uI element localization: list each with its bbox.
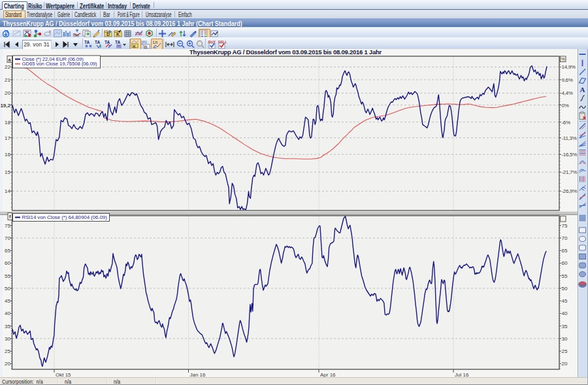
svg-text:Jul 16: Jul 16: [455, 372, 469, 377]
svg-text:D: D: [144, 44, 148, 48]
svg-text:K: K: [116, 32, 120, 37]
svg-text:%: %: [561, 57, 565, 61]
svg-text:65: 65: [562, 248, 568, 254]
svg-text:-21,7%: -21,7%: [562, 169, 578, 175]
svg-text:A: A: [580, 86, 585, 93]
svg-text:60: 60: [562, 260, 568, 266]
svg-text:35: 35: [562, 324, 568, 329]
svg-text:-16,5%: -16,5%: [562, 152, 578, 158]
svg-text:Apr 16: Apr 16: [320, 372, 336, 377]
svg-text:K: K: [133, 44, 137, 48]
svg-text:30: 30: [5, 336, 10, 342]
svg-text:20: 20: [5, 361, 10, 367]
svg-text:40: 40: [5, 310, 10, 316]
svg-text:18: 18: [5, 120, 10, 126]
svg-text:22: 22: [5, 64, 10, 70]
svg-text:-11,3%: -11,3%: [562, 135, 577, 141]
svg-text:50: 50: [562, 286, 568, 292]
svg-text:55: 55: [562, 273, 568, 279]
svg-text:TA: TA: [105, 40, 110, 44]
svg-text:60: 60: [5, 260, 10, 266]
svg-text:21: 21: [5, 77, 10, 83]
svg-text:55: 55: [5, 273, 10, 279]
svg-text:45: 45: [5, 298, 10, 304]
svg-text:45: 45: [562, 298, 568, 304]
svg-text:0%: 0%: [562, 103, 569, 109]
svg-text:RSI14 von Close (*) 64,80904 (: RSI14 von Close (*) 64,80904 (06.09): [22, 214, 108, 220]
svg-text:16: 16: [5, 152, 10, 158]
svg-text:-26,9%: -26,9%: [562, 188, 578, 194]
svg-text:75: 75: [562, 223, 568, 229]
svg-text:65: 65: [5, 248, 10, 254]
svg-text:35: 35: [5, 324, 10, 329]
svg-text:40: 40: [562, 310, 568, 316]
svg-text:TA: TA: [115, 40, 120, 44]
svg-text:Ln: Ln: [153, 40, 158, 44]
svg-text:17: 17: [5, 135, 10, 141]
svg-text:50: 50: [5, 286, 10, 292]
svg-text:Jan 16: Jan 16: [190, 372, 206, 377]
svg-text:25: 25: [562, 348, 568, 354]
svg-text:70: 70: [5, 235, 10, 241]
svg-text:70: 70: [562, 235, 568, 241]
svg-text:ThyssenKrupp AG / Düsseldorf v: ThyssenKrupp AG / Düsseldorf vom 03.09.2…: [189, 49, 382, 56]
svg-text:15: 15: [5, 169, 10, 175]
svg-text:14,9%: 14,9%: [562, 64, 576, 70]
svg-text:4,4%: 4,4%: [562, 90, 573, 96]
svg-text:20: 20: [5, 90, 10, 96]
svg-text:Okt 15: Okt 15: [56, 372, 71, 377]
svg-text:TA: TA: [95, 40, 100, 44]
svg-text:75: 75: [5, 223, 10, 229]
svg-text:GD65 von Close 19,76508 (06.09: GD65 von Close 19,76508 (06.09): [22, 61, 98, 67]
svg-text:-6%: -6%: [562, 120, 571, 126]
svg-text:20: 20: [562, 361, 568, 367]
svg-text:9,6%: 9,6%: [562, 77, 573, 83]
svg-text:14: 14: [5, 188, 10, 194]
svg-text:30: 30: [562, 336, 568, 342]
svg-text:25: 25: [5, 348, 10, 354]
svg-text:19,2: 19,2: [0, 103, 10, 109]
svg-text:TA: TA: [84, 40, 90, 44]
